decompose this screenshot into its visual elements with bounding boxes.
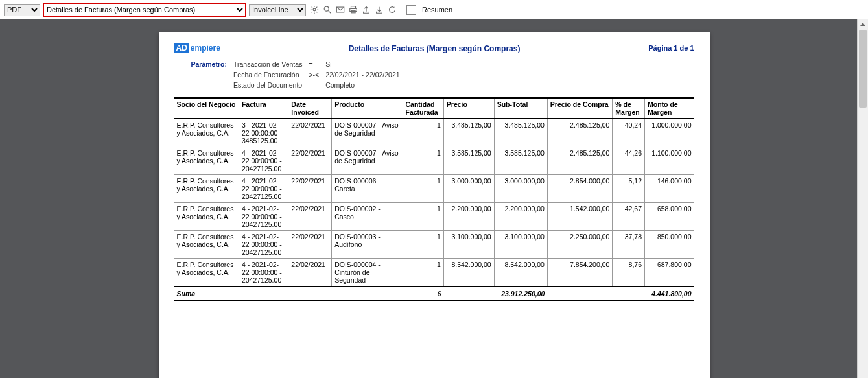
sum-mmargen: 4.441.800,00 (644, 287, 694, 301)
svg-point-0 (313, 8, 316, 11)
data-table: Socio del Negocio Factura Date Invoiced … (174, 97, 694, 301)
col-socio: Socio del Negocio (174, 98, 239, 119)
cell-sub: 3.000.000,00 (494, 175, 547, 203)
scroll-up-icon[interactable] (858, 19, 868, 29)
cell-pcompra: 2.250.000,00 (547, 231, 613, 259)
refresh-icon[interactable] (387, 5, 397, 15)
svg-rect-4 (349, 8, 357, 11)
cell-pcompra: 7.854.200,00 (547, 259, 613, 287)
cell-qty: 1 (403, 147, 443, 175)
cell-margen: 5,12 (613, 175, 645, 203)
scrollbar-thumb[interactable] (859, 30, 867, 108)
cell-mmargen: 1.100.000,00 (644, 147, 694, 175)
table-row: E.R.P. Consultores y Asociados, C.A.4 - … (174, 259, 694, 287)
param-label: Parámetro: (189, 60, 229, 69)
cell-qty: 1 (403, 203, 443, 231)
table-row: E.R.P. Consultores y Asociados, C.A.4 - … (174, 147, 694, 175)
cell-precio: 8.542.000,00 (443, 259, 494, 287)
cell-mmargen: 687.800,00 (644, 259, 694, 287)
param-op: = (306, 60, 322, 69)
report-title: Detalles de Facturas (Margen según Compr… (220, 43, 648, 53)
view-select[interactable]: InvoiceLine (249, 4, 306, 16)
col-mmargen: Monto de Margen (644, 98, 694, 119)
print-icon[interactable] (348, 5, 358, 15)
cell-prod: DOIS-000003 - Audífono (332, 231, 403, 259)
cell-factura: 4 - 2021-02-22 00:00:00 - 20427125.00 (239, 259, 288, 287)
scrollbar[interactable] (857, 19, 868, 378)
col-date: Date Invoiced (288, 98, 332, 119)
cell-precio: 3.585.125,00 (443, 147, 494, 175)
param-name: Fecha de Facturación (231, 70, 305, 79)
cell-mmargen: 850.000,00 (644, 231, 694, 259)
cell-prod: DOIS-000006 - Careta (332, 175, 403, 203)
cell-qty: 1 (403, 175, 443, 203)
export-icon[interactable] (361, 5, 371, 15)
param-value: 22/02/2021 - 22/02/2021 (323, 70, 402, 79)
param-name: Estado del Documento (231, 80, 305, 89)
cell-date: 22/02/2021 (288, 259, 332, 287)
report-viewer: AD empiere Detalles de Facturas (Margen … (0, 19, 868, 378)
cell-prod: DOIS-000002 - Casco (332, 203, 403, 231)
cell-precio: 2.200.000,00 (443, 203, 494, 231)
param-name: Transacción de Ventas (231, 60, 305, 69)
resumen-label: Resumen (422, 6, 452, 14)
cell-sub: 3.100.000,00 (494, 231, 547, 259)
cell-margen: 8,76 (613, 259, 645, 287)
report-page: AD empiere Detalles de Facturas (Margen … (159, 32, 710, 378)
cell-qty: 1 (403, 231, 443, 259)
cell-margen: 37,78 (613, 231, 645, 259)
format-select[interactable]: PDF (4, 4, 40, 16)
email-icon[interactable] (335, 5, 345, 15)
cell-prod: DOIS-000007 - Aviso de Seguridad (332, 147, 403, 175)
cell-sub: 8.542.000,00 (494, 259, 547, 287)
table-row: E.R.P. Consultores y Asociados, C.A.4 - … (174, 203, 694, 231)
col-precio: Precio (443, 98, 494, 119)
logo-mark: AD (174, 43, 189, 53)
report-select[interactable]: Detalles de Facturas (Margen según Compr… (44, 4, 245, 16)
cell-factura: 3 - 2021-02-22 00:00:00 - 3485125.00 (239, 119, 288, 147)
cell-date: 22/02/2021 (288, 203, 332, 231)
cell-sub: 3.485.125,00 (494, 119, 547, 147)
cell-date: 22/02/2021 (288, 175, 332, 203)
toolbar: PDF Detalles de Facturas (Margen según C… (0, 0, 868, 19)
cell-qty: 1 (403, 259, 443, 287)
cell-margen: 44,26 (613, 147, 645, 175)
sum-qty: 6 (403, 287, 443, 301)
cell-mmargen: 658.000,00 (644, 203, 694, 231)
table-row: E.R.P. Consultores y Asociados, C.A.4 - … (174, 231, 694, 259)
cell-sub: 3.585.125,00 (494, 147, 547, 175)
gear-icon[interactable] (309, 5, 319, 15)
cell-factura: 4 - 2021-02-22 00:00:00 - 20427125.00 (239, 147, 288, 175)
cell-margen: 42,67 (613, 203, 645, 231)
cell-socio: E.R.P. Consultores y Asociados, C.A. (174, 147, 239, 175)
cell-pcompra: 1.542.000,00 (547, 203, 613, 231)
cell-precio: 3.485.125,00 (443, 119, 494, 147)
table-row: E.R.P. Consultores y Asociados, C.A.3 - … (174, 119, 694, 147)
resumen-checkbox[interactable] (406, 5, 416, 15)
search-icon[interactable] (322, 5, 332, 15)
cell-factura: 4 - 2021-02-22 00:00:00 - 20427125.00 (239, 175, 288, 203)
cell-pcompra: 2.485.125,00 (547, 147, 613, 175)
cell-socio: E.R.P. Consultores y Asociados, C.A. (174, 231, 239, 259)
cell-qty: 1 (403, 119, 443, 147)
col-producto: Producto (332, 98, 403, 119)
cell-sub: 2.200.000,00 (494, 203, 547, 231)
cell-factura: 4 - 2021-02-22 00:00:00 - 20427125.00 (239, 203, 288, 231)
cell-socio: E.R.P. Consultores y Asociados, C.A. (174, 259, 239, 287)
cell-mmargen: 1.000.000,00 (644, 119, 694, 147)
cell-socio: E.R.P. Consultores y Asociados, C.A. (174, 119, 239, 147)
cell-date: 22/02/2021 (288, 231, 332, 259)
cell-prod: DOIS-000007 - Aviso de Seguridad (332, 119, 403, 147)
col-subtotal: Sub-Total (494, 98, 547, 119)
parameters: Parámetro: Transacción de Ventas = Si Fe… (187, 58, 404, 91)
col-pcompra: Precio de Compra (547, 98, 613, 119)
param-value: Completo (323, 80, 402, 89)
cell-precio: 3.100.000,00 (443, 231, 494, 259)
col-margen: % de Margen (613, 98, 645, 119)
table-row: E.R.P. Consultores y Asociados, C.A.4 - … (174, 175, 694, 203)
cell-margen: 40,24 (613, 119, 645, 147)
report-select-wrap: Detalles de Facturas (Margen según Compr… (43, 3, 246, 17)
save-icon[interactable] (374, 5, 384, 15)
cell-pcompra: 2.485.125,00 (547, 119, 613, 147)
col-cantidad: Cantidad Facturada (403, 98, 443, 119)
